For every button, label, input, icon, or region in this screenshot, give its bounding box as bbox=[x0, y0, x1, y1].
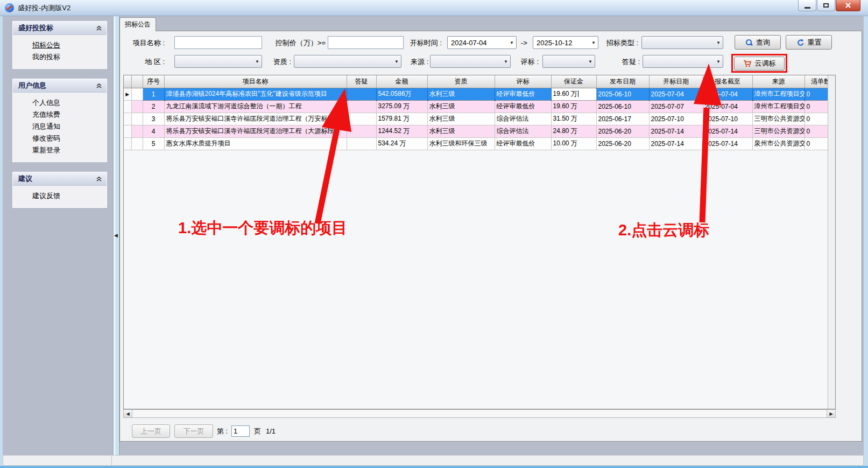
minimize-button[interactable] bbox=[798, 0, 816, 11]
close-icon bbox=[845, 2, 851, 9]
sidebar-item[interactable]: 充值续费 bbox=[13, 109, 107, 121]
main-area: 招标公告 项目名称 : 控制价（万）>= 开标时间 : 2024-07-04 ▼… bbox=[119, 17, 862, 444]
project-name-input[interactable] bbox=[174, 36, 262, 49]
evaluation-select[interactable]: ▼ bbox=[542, 55, 595, 68]
sidebar-group-title: 建议 bbox=[18, 174, 32, 184]
sidebar-item[interactable]: 重新登录 bbox=[13, 144, 107, 156]
table-row[interactable]: 4将乐县万安镇安福口溪寺许福匡段河道治理工程（大源标段）1244.52 万水利三… bbox=[124, 125, 828, 137]
table-row[interactable]: 5惠女水库水质提升项目534.24 万水利三级和环保三级经评审最低价10.00 … bbox=[124, 137, 828, 150]
sidebar-item[interactable]: 消息通知 bbox=[13, 121, 107, 132]
collapse-chevrons-icon[interactable] bbox=[96, 25, 102, 31]
cell-amount: 1579.81 万 bbox=[376, 113, 427, 125]
cell-seq: 1 bbox=[143, 88, 164, 100]
source-select[interactable]: ▼ bbox=[430, 55, 511, 68]
next-page-button[interactable]: 下一页 bbox=[174, 424, 213, 438]
sidebar-splitter[interactable]: ◀ bbox=[113, 16, 119, 455]
client-area: 盛好投投标招标公告我的投标用户信息个人信息充值续费消息通知修改密码重新登录建议建… bbox=[0, 16, 868, 455]
column-header[interactable]: 来源 bbox=[752, 75, 805, 88]
cell-eval: 综合评估法 bbox=[495, 113, 551, 125]
cell-deposit: 19.60 万 bbox=[551, 88, 596, 100]
sidebar-group-header[interactable]: 建议 bbox=[13, 172, 107, 186]
chevron-down-icon: ▼ bbox=[510, 40, 514, 46]
cell-seq: 4 bbox=[143, 125, 164, 137]
column-header[interactable]: 资质 bbox=[427, 75, 495, 88]
scroll-right-icon[interactable]: ▶ bbox=[827, 410, 835, 417]
grid-horizontal-scrollbar[interactable]: ◀ ▶ bbox=[123, 409, 836, 418]
cell-amount: 534.24 万 bbox=[376, 137, 427, 150]
tender-type-select[interactable]: ▼ bbox=[641, 36, 723, 49]
sidebar-item[interactable]: 个人信息 bbox=[13, 97, 107, 109]
cell-qual: 水利三级 bbox=[427, 125, 495, 137]
sidebar-group: 盛好投投标招标公告我的投标 bbox=[13, 22, 107, 68]
column-header[interactable]: 发布日期 bbox=[596, 75, 649, 88]
close-button[interactable] bbox=[836, 0, 860, 11]
column-header[interactable]: 评标 bbox=[495, 75, 551, 88]
cell-eval: 经评审最低价 bbox=[495, 137, 551, 150]
evaluation-label: 评标 : bbox=[517, 55, 539, 69]
cell-lists: 0 bbox=[805, 100, 828, 113]
column-header[interactable]: 金额 bbox=[376, 75, 427, 88]
cell-lists: 0 bbox=[805, 137, 828, 150]
qualification-select[interactable]: ▼ bbox=[294, 55, 401, 68]
region-select[interactable]: ▼ bbox=[174, 55, 262, 68]
tab-bid-announcements[interactable]: 招标公告 bbox=[119, 17, 156, 31]
page-number-input[interactable] bbox=[231, 425, 250, 437]
table-row[interactable]: 3将乐县万安镇安福口溪寺许福匡段河道治理工程（万安标段）1579.81 万水利三… bbox=[124, 113, 828, 125]
row-indicator bbox=[124, 113, 131, 125]
sidebar-item[interactable]: 招标公告 bbox=[13, 39, 107, 51]
collapse-chevrons-icon[interactable] bbox=[96, 176, 102, 182]
date-to-select[interactable]: 2025-10-12 ▼ bbox=[533, 36, 598, 49]
reset-button[interactable]: 重置 bbox=[786, 35, 832, 50]
source-label: 来源 : bbox=[407, 55, 428, 69]
row-spacer bbox=[131, 100, 143, 113]
cell-source: 泉州市公共资源交 bbox=[752, 137, 805, 150]
chevron-down-icon: ▼ bbox=[588, 59, 592, 65]
sidebar-group-header[interactable]: 用户信息 bbox=[13, 79, 107, 93]
cell-publish: 2025-06-10 bbox=[596, 88, 649, 100]
cart-icon bbox=[743, 60, 752, 67]
sidebar-group-title: 盛好投投标 bbox=[18, 23, 53, 33]
column-header[interactable]: 答疑 bbox=[347, 75, 376, 88]
column-header[interactable]: 开标日期 bbox=[649, 75, 703, 88]
table-row[interactable]: ▶1漳浦县赤湖镇2024年高标准农田"五化"建设省级示范项目542.0586万水… bbox=[124, 88, 828, 100]
row-indicator-header bbox=[124, 75, 131, 88]
prev-page-button[interactable]: 上一页 bbox=[132, 424, 170, 438]
cell-qual: 水利三级和环保三级 bbox=[427, 137, 495, 150]
column-header[interactable]: 保证金 bbox=[551, 75, 596, 88]
cloud-bid-button[interactable]: 云调标 bbox=[734, 57, 785, 71]
qa-select[interactable]: ▼ bbox=[643, 55, 723, 68]
scroll-left-icon[interactable]: ◀ bbox=[124, 410, 132, 417]
maximize-button[interactable] bbox=[817, 0, 835, 11]
sidebar-item[interactable]: 修改密码 bbox=[13, 132, 107, 144]
collapse-chevrons-icon[interactable] bbox=[96, 83, 102, 89]
splitter-collapse-icon[interactable]: ◀ bbox=[114, 233, 118, 238]
grid-table: 序号项目名称答疑金额资质评标保证金发布日期开标日期报名截至来源清单数▶1漳浦县赤… bbox=[124, 75, 828, 150]
column-header[interactable]: 报名截至 bbox=[703, 75, 752, 88]
grid-vertical-scrollbar[interactable] bbox=[828, 75, 835, 409]
cell-name: 将乐县万安镇安福口溪寺许福匡段河道治理工程（万安标段） bbox=[164, 113, 347, 125]
cell-publish: 2025-06-20 bbox=[596, 125, 649, 137]
cell-source: 三明市公共资源交 bbox=[752, 125, 805, 137]
sidebar-item[interactable]: 建议反馈 bbox=[13, 190, 107, 202]
row-indicator bbox=[124, 125, 131, 137]
scroll-track[interactable] bbox=[132, 410, 827, 417]
cell-seq: 5 bbox=[143, 137, 164, 150]
date-from-select[interactable]: 2024-07-04 ▼ bbox=[447, 36, 517, 49]
column-header[interactable]: 项目名称 bbox=[164, 75, 347, 88]
sidebar-item[interactable]: 我的投标 bbox=[13, 51, 107, 63]
cell-source: 三明市公共资源交 bbox=[752, 113, 805, 125]
column-header[interactable]: 序号 bbox=[143, 75, 164, 88]
table-row[interactable]: 2九龙江南溪流域下游河道综合整治（一期）工程3275.09 万水利三级经评审最低… bbox=[124, 100, 828, 113]
row-indicator bbox=[124, 100, 131, 113]
sidebar-group-header[interactable]: 盛好投投标 bbox=[13, 22, 107, 35]
control-price-input[interactable] bbox=[328, 36, 404, 49]
data-grid: 序号项目名称答疑金额资质评标保证金发布日期开标日期报名截至来源清单数▶1漳浦县赤… bbox=[123, 75, 836, 409]
cell-deposit: 31.50 万 bbox=[551, 113, 596, 125]
cell-publish: 2025-06-10 bbox=[596, 100, 649, 113]
column-header[interactable]: 清单数 bbox=[805, 75, 828, 88]
cell-lists: 0 bbox=[805, 125, 828, 137]
page-number-label: 第 : bbox=[217, 425, 228, 438]
cell-seq: 2 bbox=[143, 100, 164, 113]
query-button[interactable]: 查询 bbox=[735, 35, 781, 50]
sidebar: 盛好投投标招标公告我的投标用户信息个人信息充值续费消息通知修改密码重新登录建议建… bbox=[0, 16, 113, 455]
